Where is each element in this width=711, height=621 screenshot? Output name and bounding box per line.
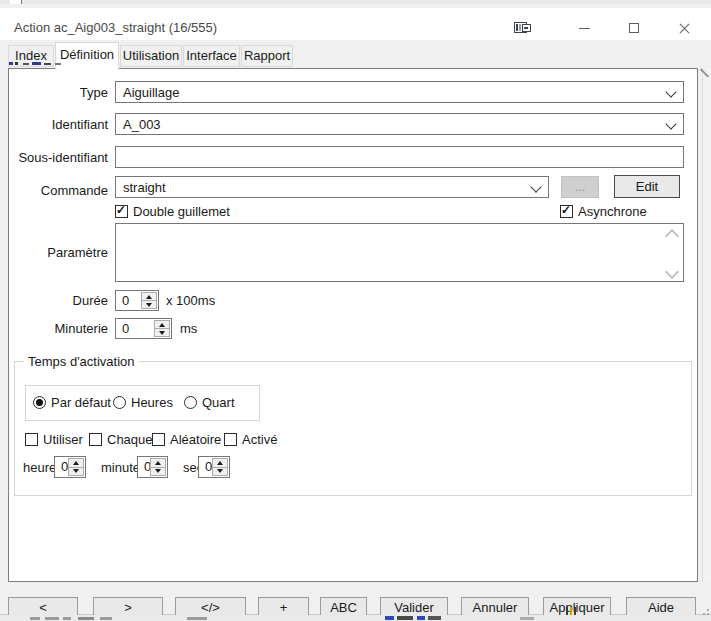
tab-definition-label: Définition: [60, 47, 114, 62]
checkbox-icon: [25, 433, 38, 446]
asynchrone-label: Asynchrone: [578, 204, 647, 219]
browse-button[interactable]: ...: [561, 176, 599, 198]
duree-value: 0: [122, 293, 129, 308]
checkbox-icon: [224, 433, 237, 446]
tab-rapport-label: Rapport: [244, 48, 290, 63]
identifiant-value: A_003: [123, 117, 161, 132]
checkbox-checked-icon: ✓: [115, 205, 128, 218]
spin-down-button[interactable]: [68, 467, 84, 477]
active-label: Activé: [242, 432, 277, 447]
background-window-artifact: [574, 607, 576, 615]
tab-utilisation[interactable]: Utilisation: [120, 45, 182, 67]
background-window-edge: [702, 68, 711, 582]
background-window-artifact: [32, 62, 41, 65]
spin-down-button[interactable]: [212, 467, 228, 477]
tab-rapport[interactable]: Rapport: [241, 45, 293, 67]
type-label: Type: [13, 85, 108, 100]
radio-icon: [184, 396, 197, 409]
background-window-artifact: [23, 63, 29, 65]
activation-group-title: Temps d'activation: [24, 354, 139, 369]
heure-spinner[interactable]: 0: [54, 456, 86, 478]
titlebar[interactable]: Action ac_Aig003_straight (16/555): [0, 8, 711, 40]
spin-down-button[interactable]: [154, 328, 170, 337]
background-window-artifact: [10, 0, 22, 4]
maximize-icon: [629, 23, 639, 33]
screenshot-root: Action ac_Aig003_straight (16/555) Index…: [0, 0, 711, 621]
duree-label: Durée: [13, 293, 108, 308]
chevron-down-icon: [665, 86, 676, 97]
background-window-artifact: [44, 63, 51, 65]
background-window-artifact: [55, 63, 61, 65]
type-combobox[interactable]: Aiguillage: [115, 81, 684, 103]
sec-spinner[interactable]: 0: [198, 456, 230, 478]
minuterie-label: Minuterie: [13, 321, 108, 336]
radio-heures-label: Heures: [131, 395, 173, 410]
chevron-down-icon: [665, 118, 676, 129]
utiliser-checkbox[interactable]: Utiliser: [25, 432, 83, 446]
commande-value: straight: [123, 180, 166, 195]
sous-identifiant-label: Sous-identifiant: [13, 150, 108, 165]
radio-quart[interactable]: Quart: [184, 395, 235, 409]
card-window-icon: [514, 22, 532, 34]
edit-button[interactable]: Edit: [614, 175, 680, 198]
chaque-label: Chaque: [107, 432, 153, 447]
aleatoire-checkbox[interactable]: Aléatoire: [152, 432, 221, 446]
aleatoire-label: Aléatoire: [170, 432, 221, 447]
close-icon: [678, 22, 691, 35]
minuterie-unit: ms: [180, 321, 197, 336]
duree-spinner[interactable]: 0: [115, 290, 159, 311]
heure-label: heure: [23, 460, 56, 475]
minimize-icon: [579, 28, 590, 29]
tab-definition[interactable]: Définition: [55, 42, 119, 69]
double-guillemet-checkbox[interactable]: ✓ Double guillemet: [115, 204, 230, 218]
parametre-label: Paramètre: [13, 245, 108, 260]
radio-heures[interactable]: Heures: [113, 395, 173, 409]
minuterie-spinner[interactable]: 0: [115, 318, 172, 339]
maximize-button[interactable]: [612, 12, 657, 44]
tab-utilisation-label: Utilisation: [123, 48, 179, 63]
tab-interface[interactable]: Interface: [183, 45, 240, 67]
close-button[interactable]: [662, 12, 707, 44]
action-dialog: Action ac_Aig003_straight (16/555) Index…: [0, 4, 711, 615]
minuterie-value: 0: [122, 321, 129, 336]
checkbox-checked-icon: ✓: [560, 205, 573, 218]
tab-index-label: Index: [15, 48, 47, 63]
utiliser-label: Utiliser: [43, 432, 83, 447]
duree-unit: x 100ms: [166, 293, 215, 308]
checkbox-icon: [89, 433, 102, 446]
radio-icon: [113, 396, 126, 409]
sous-identifiant-input[interactable]: [115, 146, 684, 168]
radio-selected-icon: [33, 396, 46, 409]
double-guillemet-label: Double guillemet: [133, 204, 230, 219]
radio-quart-label: Quart: [202, 395, 235, 410]
spin-down-button[interactable]: [141, 300, 157, 309]
chaque-checkbox[interactable]: Chaque: [89, 432, 153, 446]
background-window-artifact: [566, 607, 568, 615]
asynchrone-checkbox[interactable]: ✓ Asynchrone: [560, 204, 647, 218]
commande-combobox[interactable]: straight: [115, 176, 549, 198]
radio-par-defaut[interactable]: Par défaut: [33, 395, 111, 409]
chevron-down-icon: [530, 181, 541, 192]
minute-spinner[interactable]: 0: [137, 456, 168, 478]
active-checkbox[interactable]: Activé: [224, 432, 277, 446]
activation-groupbox: [14, 361, 692, 496]
commande-label: Commande: [13, 183, 108, 198]
identifiant-combobox[interactable]: A_003: [115, 113, 684, 135]
radio-par-defaut-label: Par défaut: [51, 395, 111, 410]
background-window-artifact: [570, 607, 572, 615]
window-title: Action ac_Aig003_straight (16/555): [14, 12, 217, 44]
identifiant-label: Identifiant: [13, 117, 108, 132]
background-window-artifact: [15, 62, 18, 65]
checkbox-icon: [152, 433, 165, 446]
background-window-artifact: [9, 62, 13, 65]
type-value: Aiguillage: [123, 85, 179, 100]
parametre-textarea[interactable]: [115, 223, 684, 282]
minimize-button[interactable]: [562, 12, 607, 44]
background-window-strip: [0, 615, 711, 621]
tab-interface-label: Interface: [186, 48, 237, 63]
minute-label: minute: [101, 460, 140, 475]
spin-down-button[interactable]: [150, 467, 166, 477]
